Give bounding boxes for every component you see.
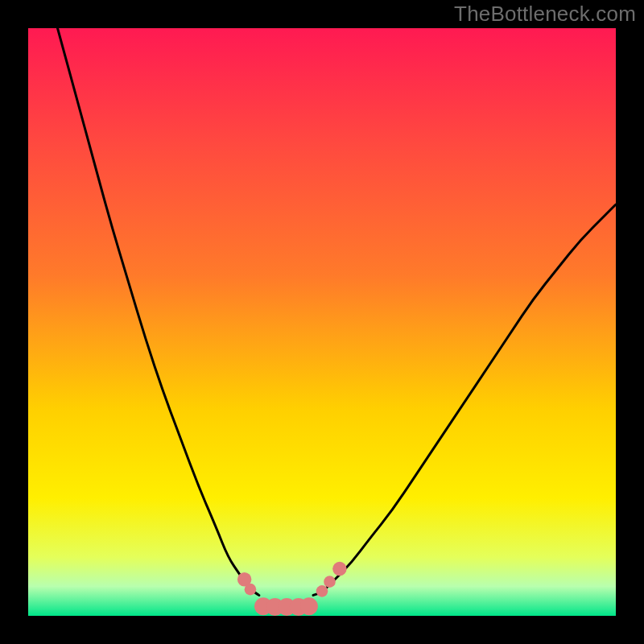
outer-frame: TheBottleneck.com [0, 0, 644, 644]
right-marker-3 [332, 562, 347, 576]
floor-marker-5 [300, 597, 318, 615]
right-marker-2 [324, 576, 336, 588]
right-marker-1 [316, 585, 328, 597]
left-marker-2 [245, 584, 257, 596]
chart-svg [28, 28, 616, 616]
gradient-background [28, 28, 616, 616]
watermark-text: TheBottleneck.com [454, 2, 636, 27]
plot-area [28, 28, 616, 616]
